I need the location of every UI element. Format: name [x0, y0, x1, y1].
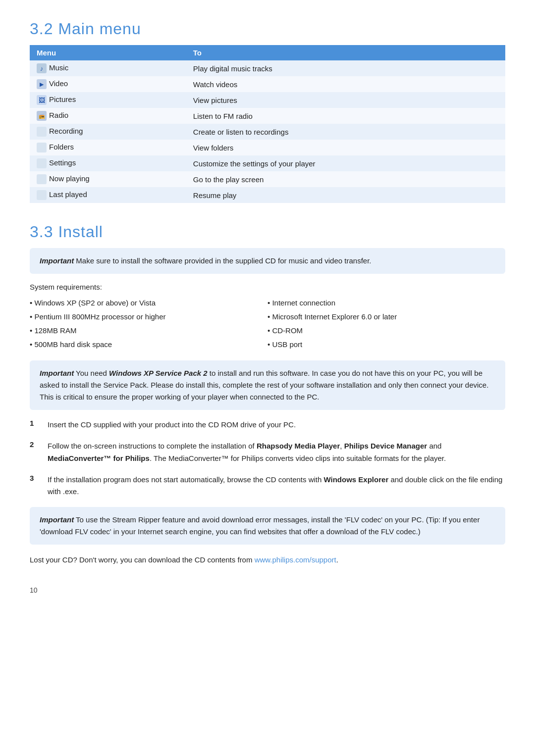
sysreq-title: System requirements: — [30, 283, 505, 291]
blank-icon — [37, 174, 47, 184]
sysreq-col1-item-3: 500MB hard disk space — [30, 338, 268, 352]
video-icon: ▶ — [37, 79, 47, 89]
main-menu-table: Menu To ♪MusicPlay digital music tracks▶… — [30, 45, 505, 203]
sysreq-col1-item-1: Pentium III 800MHz processor or higher — [30, 310, 268, 324]
pictures-icon: 🖼 — [37, 95, 47, 105]
step2-bold1: Rhapsody Media Player — [257, 442, 340, 450]
blank-icon — [37, 190, 47, 200]
col2-header: To — [186, 45, 505, 60]
step-1-num: 1 — [30, 419, 39, 427]
important-text-3: To use the Stream Ripper feature and avo… — [40, 515, 480, 536]
menu-cell-2: 🖼Pictures — [30, 92, 186, 108]
lost-cd-end: . — [336, 555, 338, 564]
blank-icon — [37, 143, 47, 152]
sysreq-col2-item-1: Microsoft Internet Explorer 6.0 or later — [268, 310, 505, 324]
action-cell-4: Create or listen to recordings — [186, 124, 505, 140]
windows-xp-bold: Windows XP Service Pack 2 — [109, 369, 208, 377]
section-33-title: 3.3 Install — [30, 223, 505, 241]
sysreq-col2-item-2: CD-ROM — [268, 324, 505, 338]
action-cell-7: Go to the play screen — [186, 171, 505, 187]
step-3-num: 3 — [30, 474, 39, 482]
menu-cell-5: Folders — [30, 140, 186, 155]
sysreq-col1-item-0: Windows XP (SP2 or above) or Vista — [30, 296, 268, 310]
menu-cell-4: Recording — [30, 124, 186, 140]
sysreq-col1: Windows XP (SP2 or above) or VistaPentiu… — [30, 296, 268, 352]
menu-cell-6: Settings — [30, 155, 186, 171]
step2-bold3: MediaConverter™ for Philips — [48, 454, 150, 462]
install-steps: 1 Insert the CD supplied with your produ… — [30, 419, 505, 498]
important-text-2a: You need — [74, 369, 109, 377]
lost-cd-link[interactable]: www.philips.com/support — [255, 555, 336, 564]
music-icon: ♪ — [37, 63, 47, 73]
section-32-title: 3.2 Main menu — [30, 20, 505, 38]
important-label-1: Important — [40, 256, 74, 265]
sysreq-col1-item-2: 128MB RAM — [30, 324, 268, 338]
action-cell-3: Listen to FM radio — [186, 108, 505, 124]
col1-header: Menu — [30, 45, 186, 60]
sysreq-col2-item-0: Internet connection — [268, 296, 505, 310]
page-number: 10 — [30, 586, 505, 594]
lost-cd-before: Lost your CD? Don't worry, you can downl… — [30, 555, 255, 564]
important-box-1: Important Make sure to install the softw… — [30, 248, 505, 274]
important-box-3: Important To use the Stream Ripper featu… — [30, 507, 505, 545]
lost-cd-text: Lost your CD? Don't worry, you can downl… — [30, 554, 505, 566]
step-3: 3 If the installation program does not s… — [30, 474, 505, 499]
sysreq-col2-item-3: USB port — [268, 338, 505, 352]
important-box-2: Important You need Windows XP Service Pa… — [30, 360, 505, 410]
radio-icon: 📻 — [37, 111, 47, 121]
step-3-text: If the installation program does not sta… — [48, 474, 505, 499]
step2-bold2: Philips Device Manager — [344, 442, 428, 450]
step-2-text: Follow the on-screen instructions to com… — [48, 440, 505, 465]
sysreq-list: Windows XP (SP2 or above) or VistaPentiu… — [30, 296, 505, 352]
action-cell-6: Customize the settings of your player — [186, 155, 505, 171]
action-cell-0: Play digital music tracks — [186, 60, 505, 76]
action-cell-1: Watch videos — [186, 76, 505, 92]
menu-cell-1: ▶Video — [30, 76, 186, 92]
important-text-1: Make sure to install the software provid… — [74, 256, 371, 265]
menu-cell-0: ♪Music — [30, 60, 186, 76]
step3-bold1: Windows Explorer — [324, 475, 389, 484]
step-1-text: Insert the CD supplied with your product… — [48, 419, 296, 431]
action-cell-2: View pictures — [186, 92, 505, 108]
step-2-num: 2 — [30, 440, 39, 449]
step-2: 2 Follow the on-screen instructions to c… — [30, 440, 505, 465]
step-1: 1 Insert the CD supplied with your produ… — [30, 419, 505, 431]
blank-icon — [37, 127, 47, 137]
important-label-2: Important — [40, 369, 74, 377]
menu-cell-7: Now playing — [30, 171, 186, 187]
important-label-3: Important — [40, 515, 74, 524]
menu-cell-8: Last played — [30, 187, 186, 203]
blank-icon — [37, 158, 47, 168]
action-cell-8: Resume play — [186, 187, 505, 203]
action-cell-5: View folders — [186, 140, 505, 155]
menu-cell-3: 📻Radio — [30, 108, 186, 124]
sysreq-col2: Internet connectionMicrosoft Internet Ex… — [268, 296, 505, 352]
